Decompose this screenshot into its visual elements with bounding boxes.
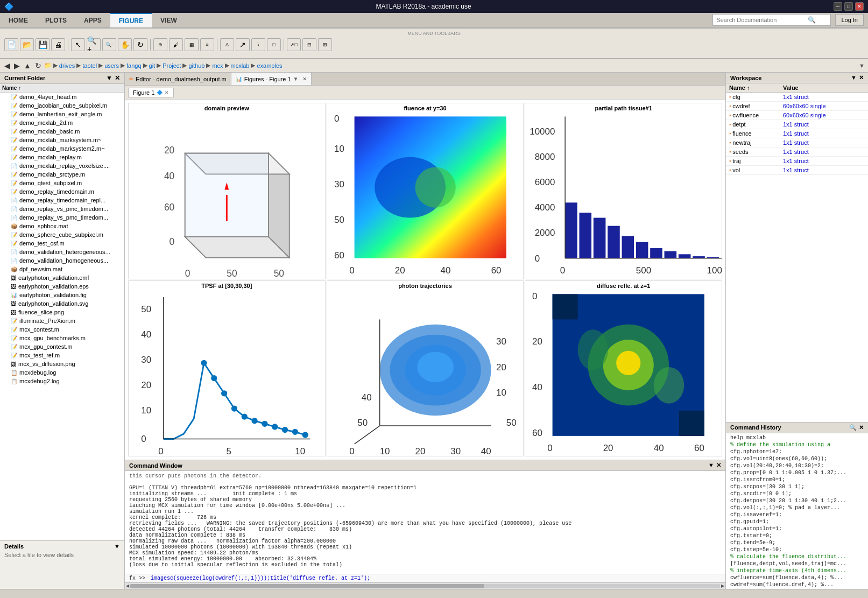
file-item[interactable]: 📝mcx_gpu_contest.m (0, 342, 124, 351)
figures-tab-close[interactable]: ✕ (302, 76, 307, 82)
insert-rect-button[interactable]: □ (267, 38, 281, 51)
cursor-button[interactable]: ↖ (71, 38, 85, 51)
file-item[interactable]: 📝demo_mcxlab_srctype.m (0, 170, 124, 179)
ch-item[interactable]: % plot configuration and results (726, 588, 868, 589)
ws-var-value[interactable]: 1x1 struct (780, 129, 868, 138)
workspace-row[interactable]: ▪ cwdref 60x60x60 single (726, 102, 868, 111)
new-figure-button[interactable]: ⊞ (318, 38, 332, 51)
path-taotel[interactable]: taotel (82, 62, 97, 69)
brush-button[interactable]: 🖌 (169, 38, 183, 51)
workspace-close-btn[interactable]: ✕ (859, 74, 864, 81)
folder-close-button[interactable]: ✕ (115, 74, 120, 82)
file-item[interactable]: 📋mcxdebug.log (0, 368, 124, 377)
file-item[interactable]: 🖼earlyphoton_validation.eps (0, 282, 124, 291)
file-item[interactable]: 🖼mcx_vs_diffusion.png (0, 360, 124, 368)
path-mcx[interactable]: mcx (212, 62, 223, 69)
print-figure-button[interactable]: ⊟ (302, 38, 316, 51)
zoom-out-button[interactable]: 🔍- (102, 38, 116, 51)
file-item[interactable]: 📝demo_replay_timedomain.m (0, 187, 124, 196)
file-item[interactable]: 📄demo_validation_homogeneous... (0, 256, 124, 265)
file-item[interactable]: 📋mcxdebug2.log (0, 377, 124, 385)
tab-view[interactable]: VIEW (152, 13, 186, 27)
window-controls[interactable]: ─ □ ✕ (834, 2, 864, 11)
ch-search-btn[interactable]: 🔍 (849, 424, 857, 431)
ch-item[interactable]: cwdref=sum(fluence.dref,4); %... (726, 581, 868, 588)
file-item[interactable]: 🖼earlyphoton_validation.svg (0, 299, 124, 308)
folder-menu-button[interactable]: ▼ (106, 74, 112, 82)
file-item[interactable]: 📝demo_mcxlab_basic.m (0, 127, 124, 136)
path-drives[interactable]: drives (59, 62, 75, 69)
workspace-row[interactable]: ▪ cfg 1x1 struct (726, 93, 868, 102)
ch-item[interactable]: cfg.autopilot=1; (726, 525, 868, 532)
file-item[interactable]: 📝mcx_contest.m (0, 325, 124, 334)
file-item[interactable]: 📊earlyphoton_validation.fig (0, 291, 124, 299)
minimize-button[interactable]: ─ (834, 2, 842, 11)
file-item[interactable]: 📄demo_replay_vs_pmc_timedom... (0, 205, 124, 213)
ch-item[interactable]: cfg.detpos=[30 20 1 1:30 40 1 1;2... (726, 497, 868, 504)
file-item[interactable]: 📝demo_test_csf.m (0, 239, 124, 248)
path-github[interactable]: github (188, 62, 204, 69)
workspace-row[interactable]: ▪ vol 1x1 struct (726, 166, 868, 175)
path-users[interactable]: users (104, 62, 119, 69)
workspace-row[interactable]: ▪ seeds 1x1 struct (726, 147, 868, 157)
ws-var-value[interactable]: 1x1 struct (780, 166, 868, 174)
file-item[interactable]: 📝demo_qtest_subpixel.m (0, 179, 124, 187)
file-item[interactable]: 📝mcx_gpu_benchmarks.m (0, 334, 124, 342)
pan-button[interactable]: ✋ (118, 38, 132, 51)
cmd-scrollbar-thumb[interactable] (130, 584, 484, 588)
new-file-button[interactable]: 📄 (4, 38, 18, 51)
insert-arrow-button[interactable]: ↗ (236, 38, 250, 51)
workspace-row[interactable]: ▪ newtraj 1x1 struct (726, 138, 868, 147)
ch-item[interactable]: cfg.vol=uint8(ones(60,60,60)); (726, 455, 868, 462)
file-item[interactable]: 📝demo_sphere_cube_subpixel.m (0, 230, 124, 239)
file-item[interactable]: 📝demo_jacobian_cube_subpixel.m (0, 101, 124, 110)
file-item[interactable]: 📝illuminate_PreXion.m (0, 316, 124, 325)
path-git[interactable]: git (149, 62, 156, 69)
ch-item[interactable]: cfg.vol(:,:,1)=0; % pad a layer... (726, 504, 868, 511)
file-item[interactable]: 📦demo_sphbox.mat (0, 222, 124, 230)
ch-item[interactable]: cfg.srcdir=[0 0 1]; (726, 490, 868, 497)
insert-line-button[interactable]: \ (251, 38, 265, 51)
workspace-row[interactable]: ▪ fluence 1x1 struct (726, 129, 868, 138)
ch-item[interactable]: cfg.tstart=0; (726, 532, 868, 539)
path-project[interactable]: Project (163, 62, 181, 69)
path-mcxlab[interactable]: mcxlab (231, 62, 250, 69)
search-input[interactable] (716, 17, 808, 23)
figure-tab-1[interactable]: Figure 1 🔷 ✕ (128, 88, 174, 97)
ch-item[interactable]: % define the simulation using a (726, 441, 868, 448)
tab-figures[interactable]: 📊 Figures - Figure 1 ▼ ✕ (231, 73, 312, 85)
path-fangq[interactable]: fangq (126, 62, 142, 69)
file-item[interactable]: 📝demo_mcxlab_replay.m (0, 153, 124, 161)
rotate-button[interactable]: ↻ (133, 38, 147, 51)
tab-figure[interactable]: FIGURE (110, 13, 152, 27)
legend-button[interactable]: ≡ (200, 38, 214, 51)
ch-item[interactable]: cwfluence=sum(fluence.data,4); %... (726, 574, 868, 581)
ch-item[interactable]: cfg.gpuid=1; (726, 518, 868, 525)
cmd-scrollbar-right[interactable]: ▶ (721, 583, 724, 588)
print-button[interactable]: 🖨 (51, 38, 65, 51)
insert-text-button[interactable]: A (220, 38, 234, 51)
ch-item[interactable]: % calculate the fluence distribut... (726, 553, 868, 560)
file-item[interactable]: 📄demo_validation_heterogeneous... (0, 248, 124, 256)
file-item[interactable]: 📝demo_mcxlab_marksystem2.m~ (0, 144, 124, 153)
data-cursor-button[interactable]: ⊕ (153, 38, 167, 51)
refresh-button[interactable]: ↻ (34, 61, 43, 70)
search-icon[interactable]: 🔍 (808, 16, 816, 24)
workspace-row[interactable]: ▪ cwfluence 60x60x60 single (726, 111, 868, 120)
ch-item[interactable]: % integrate time-axis (4th dimens... (726, 567, 868, 574)
file-item[interactable]: 📄demo_replay_vs_pmc_timedom... (0, 213, 124, 222)
ch-item[interactable]: cfg.issaveref=1; (726, 511, 868, 518)
cmd-close-button[interactable]: ✕ (716, 462, 721, 469)
file-item[interactable]: 🖼fluence_slice.png (0, 308, 124, 316)
path-expand-button[interactable]: ▼ (859, 62, 865, 69)
back-button[interactable]: ◀ (3, 61, 11, 70)
maximize-button[interactable]: □ (844, 2, 853, 11)
tab-editor[interactable]: ✏ Editor - demo_dualmesh_output.m (125, 73, 231, 85)
path-examples[interactable]: examples (257, 62, 282, 69)
login-button[interactable]: Log In (835, 14, 864, 26)
file-item[interactable]: 📄demo_mcxlab_replay_voxelsize.... (0, 161, 124, 170)
figure1-close[interactable]: ✕ (165, 90, 169, 95)
ch-item[interactable]: cfg.prop=[0 0 1 1:0.005 1 0 1.37;... (726, 469, 868, 476)
file-item[interactable]: 📦dpf_newsim.mat (0, 265, 124, 273)
ch-item[interactable]: cfg.nphoton=1e7; (726, 448, 868, 455)
